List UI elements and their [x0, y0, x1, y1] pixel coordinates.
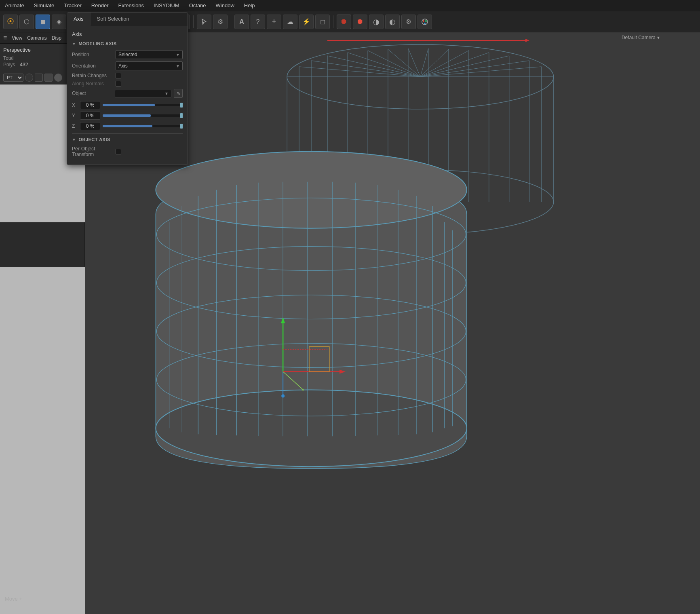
- circle-shape-btn[interactable]: [25, 74, 33, 82]
- square-shape-btn[interactable]: [35, 74, 43, 82]
- object-dropdown[interactable]: ▼: [115, 90, 171, 97]
- half-circle-left-icon: ◐: [389, 17, 396, 26]
- object-edit-btn[interactable]: ✎: [174, 89, 183, 98]
- object-field-label: Object: [72, 91, 112, 96]
- stats-total-label: Total: [3, 55, 13, 61]
- along-normals-checkbox[interactable]: [116, 81, 121, 87]
- object-axis-section-header[interactable]: ▼ OBJECT AXIS: [72, 137, 183, 142]
- font-icon: A: [239, 18, 244, 25]
- half-circle-right-icon: ◑: [373, 17, 380, 26]
- orientation-dropdown[interactable]: Axis ▼: [116, 61, 183, 70]
- hamburger-icon: ≡: [3, 34, 7, 42]
- retain-changes-checkbox[interactable]: [116, 73, 121, 78]
- camera-direction-line: [327, 36, 700, 37]
- object-dropdown-arrow-icon: ▼: [164, 91, 169, 96]
- rounded-square-btn[interactable]: [44, 74, 53, 82]
- svg-point-12: [424, 23, 426, 24]
- z-axis-label: Z: [72, 123, 78, 129]
- plus-icon: +: [272, 17, 276, 26]
- z-slider-fill: [103, 125, 152, 127]
- toolbar-settings3-btn[interactable]: ⚙: [401, 15, 416, 29]
- modeling-axis-section-header[interactable]: ▼ MODELING AXIS: [72, 41, 183, 46]
- camera-arrow-svg: [327, 36, 529, 44]
- diamond-icon: ◈: [57, 18, 61, 25]
- arrow-tool-icon: [200, 18, 208, 26]
- toolbar-half-btn[interactable]: ◑: [369, 15, 384, 29]
- y-slider-fill: [103, 114, 151, 117]
- camera-label-text: Default Camera: [622, 35, 656, 40]
- along-normals-row: Along Normals: [72, 81, 183, 87]
- orientation-dropdown-arrow-icon: ▼: [176, 64, 180, 68]
- move-label: Move +: [5, 596, 22, 602]
- secondary-disp-btn[interactable]: Disp: [52, 35, 61, 41]
- toolbar-separator-5: [333, 15, 333, 28]
- logo-icon: ⦿: [7, 17, 14, 26]
- toolbar-tool1-btn[interactable]: [197, 15, 211, 29]
- toolbar-rec-btn[interactable]: ⏺: [337, 15, 351, 29]
- toolbar-rec2-btn[interactable]: ⏺: [353, 15, 367, 29]
- palette-icon: [421, 18, 429, 26]
- toolbar-mode1-btn[interactable]: ⬡: [19, 15, 34, 29]
- svg-point-48: [156, 152, 466, 228]
- lightning-icon: ⚡: [302, 18, 310, 25]
- toolbar-logo-btn[interactable]: ⦿: [3, 15, 18, 29]
- panel-tabs: Axis Soft Selection: [67, 13, 188, 26]
- y-axis-label: Y: [72, 113, 78, 118]
- object-axis-collapse-icon: ▼: [72, 137, 76, 142]
- z-value-input[interactable]: [80, 122, 100, 130]
- toolbar-mode2-btn[interactable]: ◼: [36, 15, 50, 29]
- x-value-input[interactable]: [80, 101, 100, 109]
- position-value: Selected: [118, 52, 137, 57]
- toolbar-mode3-btn[interactable]: ◈: [52, 15, 66, 29]
- toolbar-font-btn[interactable]: A: [234, 15, 249, 29]
- y-slider-row: Y: [72, 112, 183, 120]
- secondary-cameras-btn[interactable]: Cameras: [27, 35, 47, 41]
- menu-item-help[interactable]: Help: [242, 2, 257, 9]
- x-slider-fill: [103, 104, 155, 106]
- camera-dropdown-icon[interactable]: ▾: [657, 35, 660, 40]
- svg-point-11: [425, 20, 427, 22]
- z-slider-track[interactable]: [103, 125, 183, 127]
- toolbar-add-btn[interactable]: +: [267, 15, 281, 29]
- position-dropdown-arrow-icon: ▼: [176, 53, 180, 57]
- position-dropdown[interactable]: Selected ▼: [116, 50, 183, 59]
- settings2-icon: ⚙: [217, 18, 223, 25]
- orientation-row: Orientation Axis ▼: [72, 61, 183, 70]
- y-slider-track[interactable]: [103, 114, 183, 117]
- y-value-input[interactable]: [80, 112, 100, 120]
- x-slider-thumb[interactable]: [180, 103, 183, 108]
- menu-item-octane[interactable]: Octane: [188, 2, 208, 9]
- menu-item-window[interactable]: Window: [214, 2, 236, 9]
- menu-item-animate[interactable]: Animate: [3, 2, 26, 9]
- z-slider-thumb[interactable]: [180, 124, 183, 129]
- retain-changes-label: Retain Changes: [72, 73, 112, 78]
- toolbar-tool2-btn[interactable]: ⚙: [213, 15, 228, 29]
- pt-dropdown[interactable]: PT: [3, 74, 23, 82]
- menu-item-tracker[interactable]: Tracker: [62, 2, 83, 9]
- x-slider-track[interactable]: [103, 104, 183, 106]
- toolbar-square-btn[interactable]: ◻: [315, 15, 330, 29]
- menu-item-render[interactable]: Render: [90, 2, 110, 9]
- toolbar-separator-3: [193, 15, 194, 28]
- modeling-axis-collapse-icon: ▼: [72, 42, 76, 46]
- retain-changes-row: Retain Changes: [72, 73, 183, 78]
- menu-item-simulate[interactable]: Simulate: [32, 2, 56, 9]
- per-object-transform-row: Per-Object Transform: [72, 146, 183, 157]
- position-label: Position: [72, 52, 112, 57]
- left-gray-bottom-panel: [0, 267, 85, 614]
- toolbar-cloud-btn[interactable]: ☁: [283, 15, 297, 29]
- toolbar-lightning-btn[interactable]: ⚡: [299, 15, 314, 29]
- toolbar-help-btn[interactable]: ?: [251, 15, 265, 29]
- circle2-shape-btn[interactable]: [54, 74, 62, 82]
- toolbar-palette-btn[interactable]: [417, 15, 432, 29]
- y-slider-thumb[interactable]: [180, 113, 183, 118]
- per-object-transform-checkbox[interactable]: [116, 149, 121, 154]
- menu-item-insydium[interactable]: INSYDIUM: [152, 2, 181, 9]
- menu-item-extensions[interactable]: Extensions: [117, 2, 146, 9]
- toolbar-half2-btn[interactable]: ◐: [385, 15, 400, 29]
- tab-axis[interactable]: Axis: [67, 13, 91, 26]
- secondary-view-btn[interactable]: View: [12, 35, 22, 41]
- toolbar-separator-4: [231, 15, 231, 28]
- tab-soft-selection[interactable]: Soft Selection: [91, 13, 136, 26]
- record-icon: ⏺: [340, 17, 348, 26]
